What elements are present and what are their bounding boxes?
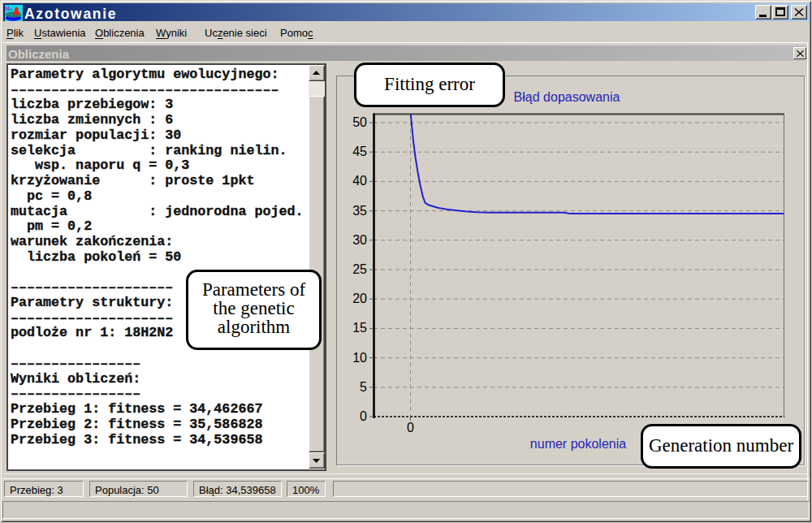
svg-text:40: 40 <box>352 174 367 188</box>
svg-text:30: 30 <box>352 233 367 247</box>
svg-text:N₂: N₂ <box>5 4 13 12</box>
svg-text:35: 35 <box>352 204 367 218</box>
svg-text:15: 15 <box>352 321 367 335</box>
svg-text:50: 50 <box>352 115 367 129</box>
svg-text:25: 25 <box>352 262 367 276</box>
svg-text:numer pokolenia: numer pokolenia <box>530 437 626 451</box>
svg-text:45: 45 <box>352 145 367 158</box>
svg-text:20: 20 <box>352 292 367 305</box>
svg-text:0: 0 <box>360 409 367 423</box>
svg-text:10: 10 <box>352 351 367 365</box>
svg-text:Błąd dopasowania: Błąd dopasowania <box>514 90 620 104</box>
svg-text:5: 5 <box>360 380 367 394</box>
svg-text:0: 0 <box>407 421 414 434</box>
